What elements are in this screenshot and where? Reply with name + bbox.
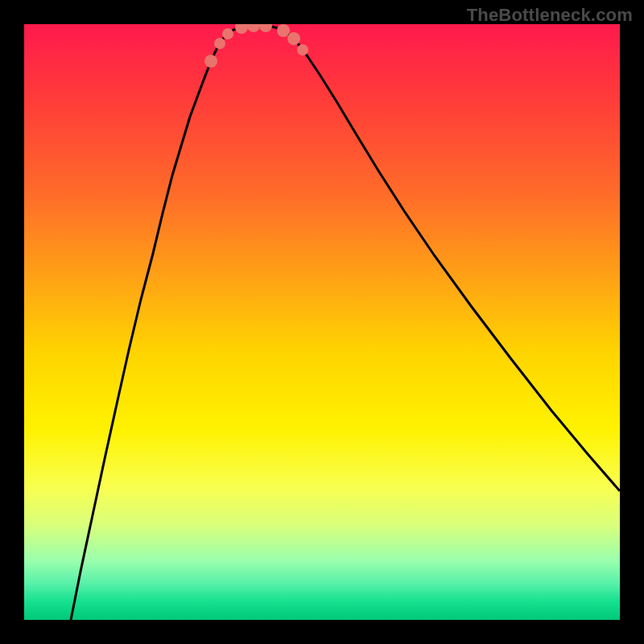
curve-marker: [204, 55, 217, 68]
curve-marker: [214, 38, 225, 49]
curve-layer: [24, 24, 620, 620]
curve-marker: [287, 32, 300, 45]
curve-marker: [297, 44, 308, 56]
curve-marker: [247, 24, 260, 32]
curve-marker: [235, 24, 248, 34]
curve-markers: [204, 24, 308, 68]
watermark-text: TheBottleneck.com: [467, 5, 633, 26]
chart-frame: TheBottleneck.com: [0, 0, 644, 644]
left-curve: [71, 26, 266, 620]
curve-marker: [277, 24, 290, 37]
right-curve: [266, 26, 620, 491]
curve-marker: [259, 24, 272, 32]
curve-marker: [222, 28, 233, 39]
